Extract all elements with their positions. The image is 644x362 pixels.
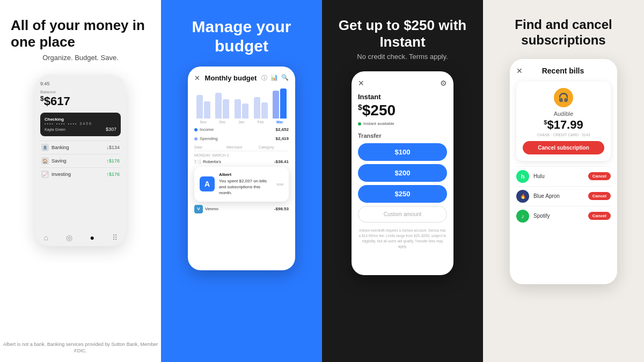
- saving-row: 🏠 Saving ↑$176: [40, 154, 121, 167]
- checking-card: Checking •••• •••• •••• 3456 Kayla Green…: [40, 113, 121, 136]
- saving-icon: 🏠: [41, 157, 49, 165]
- bar-feb-spending: [261, 102, 268, 119]
- audible-amount: $$17.99: [523, 118, 604, 132]
- panel2-headline: Manage your budget: [172, 17, 311, 56]
- bills-phone-mock: ✕ Recent bills 🎧 Audible $$17.99 CHASE ·…: [510, 59, 617, 284]
- checking-label: Checking: [45, 117, 116, 122]
- income-label: Income: [200, 127, 214, 132]
- panel1-subline: Organize. Budget. Save.: [42, 54, 119, 62]
- btn-100[interactable]: $100: [358, 143, 447, 161]
- available-text: Instant available: [363, 121, 394, 126]
- spending-value: $2,419: [276, 136, 289, 141]
- available-dot: [358, 122, 361, 125]
- bar-mar-income: [273, 91, 279, 119]
- spotify-cancel-btn[interactable]: Cancel: [588, 212, 611, 220]
- nav-search-icon: ◎: [66, 233, 72, 242]
- bar-jan-spending: [242, 104, 248, 119]
- venmo-row: V Venmo -$98.53: [194, 205, 289, 213]
- banking-amount: ↓$134: [106, 145, 120, 150]
- blue-apron-name: Blue Apron: [533, 193, 584, 199]
- label-nov: Nov: [200, 120, 207, 124]
- nav-active-icon: ●: [90, 233, 94, 242]
- bills-header: ✕ Recent bills: [516, 67, 611, 75]
- budget-title: Monthly budget: [205, 74, 257, 82]
- audible-cancel-btn[interactable]: Cancel subscription: [523, 141, 604, 154]
- bills-close-icon: ✕: [516, 67, 523, 75]
- roberta-icon: 🍽️: [194, 159, 201, 165]
- budget-phone-mock: ✕ Monthly budget ⓘ 📊 🔍 Nov: [188, 67, 295, 270]
- roberta-name: Roberta's: [203, 159, 272, 164]
- venmo-amount: -$98.53: [274, 206, 289, 211]
- spotify-icon: ♪: [516, 210, 529, 223]
- label-feb: Feb: [258, 120, 264, 124]
- label-dec: Dec: [219, 120, 225, 124]
- spotify-row: ♪ Spotify Cancel: [516, 206, 611, 226]
- saving-amount: ↑$176: [106, 158, 120, 164]
- card-name: Kayla Green: [45, 128, 65, 131]
- blue-apron-icon: 🔥: [516, 190, 529, 203]
- hulu-name: Hulu: [533, 173, 584, 179]
- instant-title: Instant: [358, 93, 447, 101]
- albert-brand: Albert: [219, 172, 272, 177]
- instant-phone-mock: ✕ ⚙ Instant $$250 Instant available Tran…: [352, 71, 453, 275]
- budget-close-icon: ✕: [194, 74, 200, 82]
- col-merchant: Merchant: [226, 145, 257, 149]
- phone-nav: ⌂ ◎ ● ⠿: [35, 233, 126, 242]
- bar-dec-income: [215, 93, 222, 119]
- transfer-label: Transfer: [358, 132, 447, 139]
- bills-title: Recent bills: [542, 67, 584, 75]
- col-category: Category: [259, 145, 289, 149]
- audible-icon: 🎧: [554, 88, 573, 107]
- income-dot: [194, 128, 197, 131]
- instant-header: ✕ ⚙: [358, 79, 447, 87]
- bar-feb-income: [254, 97, 260, 119]
- blue-apron-cancel-btn[interactable]: Cancel: [588, 192, 611, 200]
- hulu-cancel-btn[interactable]: Cancel: [588, 172, 611, 180]
- panel4-headline: Find and cancel subscriptions: [494, 17, 633, 48]
- panel-subscriptions: Find and cancel subscriptions ✕ Recent b…: [483, 0, 644, 362]
- phone-time: 9:45: [40, 81, 121, 86]
- saving-label: Saving: [52, 158, 67, 164]
- tx-date-label: MONDAY, MARCH 2: [194, 153, 289, 157]
- balance-value: $$617: [40, 94, 121, 108]
- budget-spending-legend: Spending $2,419: [194, 136, 289, 141]
- audible-name: Audible: [523, 110, 604, 117]
- budget-phone-header: ✕ Monthly budget ⓘ 📊 🔍: [194, 74, 289, 82]
- banking-row: 🏦 Banking ↓$134: [40, 141, 121, 154]
- panel1-footnote: Albert is not a bank. Banking services p…: [0, 341, 161, 354]
- instant-close-icon: ✕: [358, 79, 364, 87]
- budget-chart-icon: 📊: [270, 74, 278, 82]
- panel3-subline: No credit check. Terms apply.: [357, 53, 448, 61]
- audible-card: 🎧 Audible $$17.99 CHASE · CREDIT CARD · …: [516, 82, 611, 161]
- panel-instant: Get up to $250 with Instant No credit ch…: [322, 0, 483, 362]
- panel-money: All of your money in one place Organize.…: [0, 0, 161, 362]
- notification-time: now: [276, 182, 283, 186]
- investing-row: 📈 Investing ↑$176: [40, 167, 121, 181]
- btn-250[interactable]: $250: [358, 185, 447, 203]
- nav-more-icon: ⠿: [112, 233, 118, 242]
- panel3-headline: Get up to $250 with Instant: [333, 17, 472, 50]
- income-value: $2,652: [276, 127, 289, 132]
- instant-available: Instant available: [358, 121, 447, 126]
- panel-budget: Manage your budget ✕ Monthly budget ⓘ 📊 …: [161, 0, 322, 362]
- tx-table-header: Date Merchant Category: [194, 145, 289, 151]
- bar-dec-spending: [223, 99, 229, 119]
- custom-amount[interactable]: Custom amount: [358, 206, 447, 223]
- venmo-icon: V: [194, 205, 203, 213]
- instant-amount: $$250: [358, 102, 447, 119]
- spotify-name: Spotify: [533, 213, 584, 219]
- col-date: Date: [194, 145, 224, 149]
- card-dots: •••• •••• •••• 3456: [45, 122, 116, 125]
- albert-notification: A Albert You spent $2,037 on bills and s…: [194, 167, 289, 202]
- btn-200[interactable]: $200: [358, 164, 447, 182]
- hulu-row: h Hulu Cancel: [516, 166, 611, 186]
- investing-icon: 📈: [41, 171, 49, 178]
- nav-home-icon: ⌂: [43, 233, 48, 242]
- bar-jan-income: [235, 99, 241, 119]
- instant-gear-icon: ⚙: [440, 79, 447, 87]
- budget-chart: Nov Dec Jan: [194, 86, 289, 124]
- blue-apron-row: 🔥 Blue Apron Cancel: [516, 186, 611, 206]
- bar-mar-spending: [280, 88, 287, 119]
- notification-text: You spent $2,037 on bills and subscripti…: [219, 178, 272, 196]
- spending-dot: [194, 137, 197, 141]
